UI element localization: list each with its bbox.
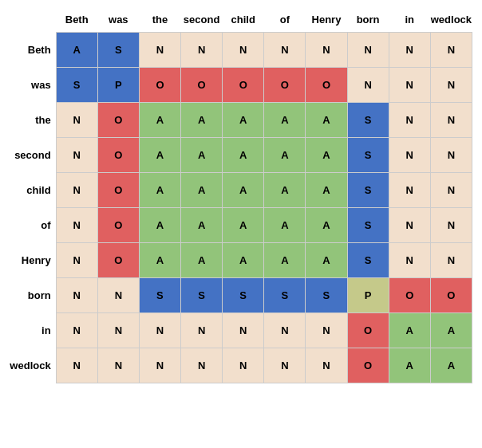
cell-1-6: O — [306, 67, 347, 102]
cell-1-3: O — [181, 67, 223, 102]
table-row: childNOAAAAASNN — [10, 172, 472, 207]
cell-3-4: A — [223, 137, 264, 172]
cell-9-5: N — [264, 348, 306, 383]
cell-8-3: N — [181, 312, 223, 348]
cell-6-0: N — [56, 242, 97, 277]
table-row: secondNOAAAAASNN — [10, 137, 472, 172]
row-label-born: born — [10, 277, 56, 312]
cell-3-9: N — [430, 137, 472, 172]
cell-3-8: N — [389, 137, 430, 172]
column-header-wedlock: wedlock — [430, 8, 472, 32]
cell-2-7: S — [347, 102, 389, 137]
cell-2-2: A — [139, 102, 180, 137]
cell-2-1: O — [97, 102, 139, 137]
cell-7-4: S — [223, 277, 264, 312]
column-header-the: the — [139, 8, 180, 32]
table-body: BethASNNNNNNNNwasSPOOOOONNNtheNOAAAAASNN… — [10, 32, 472, 383]
cell-2-8: N — [389, 102, 430, 137]
table-row: BethASNNNNNNNN — [10, 32, 472, 67]
table-row: HenryNOAAAAASNN — [10, 242, 472, 277]
table-row: wedlockNNNNNNNOAA — [10, 348, 472, 383]
cell-5-7: S — [347, 207, 389, 242]
cell-0-9: N — [430, 32, 472, 67]
cell-7-2: S — [139, 277, 180, 312]
cell-0-1: S — [97, 32, 139, 67]
table-row: inNNNNNNNOAA — [10, 312, 472, 348]
column-header-of: of — [264, 8, 306, 32]
cell-5-1: O — [97, 207, 139, 242]
cell-9-6: N — [306, 348, 347, 383]
cell-9-3: N — [181, 348, 223, 383]
column-header-Henry: Henry — [306, 8, 347, 32]
column-header-child: child — [223, 8, 264, 32]
cell-6-9: N — [430, 242, 472, 277]
cell-5-5: A — [264, 207, 306, 242]
row-label-in: in — [10, 312, 56, 348]
cell-8-9: A — [430, 312, 472, 348]
cell-4-0: N — [56, 172, 97, 207]
cell-2-0: N — [56, 102, 97, 137]
cell-8-5: N — [264, 312, 306, 348]
cell-4-6: A — [306, 172, 347, 207]
cell-8-1: N — [97, 312, 139, 348]
cell-5-3: A — [181, 207, 223, 242]
cell-6-2: A — [139, 242, 180, 277]
cell-9-8: A — [389, 348, 430, 383]
cell-8-8: A — [389, 312, 430, 348]
row-label-the: the — [10, 102, 56, 137]
column-header-second: second — [181, 8, 223, 32]
cell-0-4: N — [223, 32, 264, 67]
cell-0-6: N — [306, 32, 347, 67]
table-row: bornNNSSSSSPOO — [10, 277, 472, 312]
cell-6-6: A — [306, 242, 347, 277]
cell-0-5: N — [264, 32, 306, 67]
row-label-of: of — [10, 207, 56, 242]
cell-6-5: A — [264, 242, 306, 277]
cell-3-5: A — [264, 137, 306, 172]
cell-4-4: A — [223, 172, 264, 207]
column-header-was: was — [97, 8, 139, 32]
row-label-second: second — [10, 137, 56, 172]
cell-0-0: A — [56, 32, 97, 67]
cell-2-4: A — [223, 102, 264, 137]
cell-6-7: S — [347, 242, 389, 277]
cell-4-8: N — [389, 172, 430, 207]
cell-2-6: A — [306, 102, 347, 137]
cell-0-7: N — [347, 32, 389, 67]
cell-4-9: N — [430, 172, 472, 207]
cell-8-6: N — [306, 312, 347, 348]
cell-1-0: S — [56, 67, 97, 102]
column-header-Beth: Beth — [56, 8, 97, 32]
cell-8-2: N — [139, 312, 180, 348]
row-label-Henry: Henry — [10, 242, 56, 277]
cell-8-4: N — [223, 312, 264, 348]
cell-6-1: O — [97, 242, 139, 277]
cell-1-5: O — [264, 67, 306, 102]
cell-3-3: A — [181, 137, 223, 172]
cell-3-0: N — [56, 137, 97, 172]
row-label-child: child — [10, 172, 56, 207]
cell-0-8: N — [389, 32, 430, 67]
cell-1-1: P — [97, 67, 139, 102]
column-header-in: in — [389, 8, 430, 32]
cell-1-7: N — [347, 67, 389, 102]
table-row: ofNOAAAAASNN — [10, 207, 472, 242]
main-container: BethwasthesecondchildofHenryborninwedloc… — [10, 8, 472, 383]
cell-7-8: O — [389, 277, 430, 312]
cell-9-7: O — [347, 348, 389, 383]
cell-5-4: A — [223, 207, 264, 242]
cell-3-7: S — [347, 137, 389, 172]
cell-4-3: A — [181, 172, 223, 207]
cell-9-4: N — [223, 348, 264, 383]
cell-4-5: A — [264, 172, 306, 207]
row-label-Beth: Beth — [10, 32, 56, 67]
cell-7-5: S — [264, 277, 306, 312]
cell-2-5: A — [264, 102, 306, 137]
cell-5-2: A — [139, 207, 180, 242]
cell-9-0: N — [56, 348, 97, 383]
cell-4-7: S — [347, 172, 389, 207]
column-header-born: born — [347, 8, 389, 32]
cell-9-9: A — [430, 348, 472, 383]
cell-7-7: P — [347, 277, 389, 312]
row-label-was: was — [10, 67, 56, 102]
